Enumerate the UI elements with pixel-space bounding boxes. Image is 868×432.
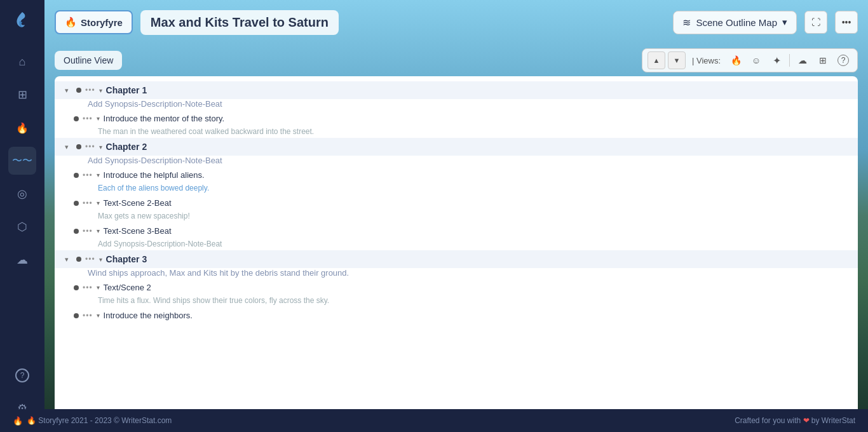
nav-up-button[interactable]: ▲ <box>648 51 665 69</box>
view-grid-icon: ⊞ <box>819 55 827 65</box>
bubbles-icon: ⬡ <box>17 220 27 234</box>
scene-row-ch1-s2[interactable]: ••• ▾ Text-Scene 3-Beat <box>55 222 858 240</box>
more-icon[interactable]: ••• <box>85 86 95 95</box>
scene-dropdown-icon[interactable]: ▾ <box>97 199 100 206</box>
scene-outline-icon: ≋ <box>682 17 691 29</box>
footer-heart-icon: ❤ <box>803 416 811 425</box>
scene-title: Text/Scene 2 <box>104 283 151 292</box>
view-cloud-icon: ☁ <box>798 55 807 65</box>
view-fire-icon: 🔥 <box>731 55 742 65</box>
sidebar-item-home[interactable]: ⌂ <box>8 48 36 76</box>
scene-bullet <box>74 285 79 290</box>
nav-down-button[interactable]: ▼ <box>668 51 686 69</box>
scene-more-icon[interactable]: ••• <box>83 283 93 292</box>
chapter-row-0[interactable]: ▾ ••• ▾ Chapter 1 <box>55 81 858 99</box>
synopsis-row-ch0[interactable]: Add Synopsis-Description-Note-Beat <box>55 99 858 110</box>
scene-detail-ch1-s1: Max gets a new spaceship! <box>55 212 858 222</box>
chapter-title: Chapter 3 <box>106 254 147 264</box>
scene-outline-button[interactable]: ≋ Scene Outline Map ▾ <box>673 11 797 34</box>
chapter-bullet <box>76 144 81 149</box>
footer-brand: 🔥 🔥 Storyfyre 2021 - 2023 © WriterStat.c… <box>13 416 172 426</box>
scene-dropdown-icon[interactable]: ▾ <box>97 172 100 179</box>
scene-title: Text-Scene 2-Beat <box>104 198 172 208</box>
scene-more-icon[interactable]: ••• <box>83 199 93 208</box>
view-face-icon: ☺ <box>752 55 761 65</box>
scene-dropdown-icon[interactable]: ▾ <box>97 312 100 319</box>
sidebar-item-cloud[interactable]: ☁ <box>8 246 36 274</box>
chapter-bullet <box>76 88 81 93</box>
scene-more-icon[interactable]: ••• <box>83 114 93 123</box>
sidebar-item-target[interactable]: ◎ <box>8 180 36 208</box>
scene-bullet <box>74 229 79 234</box>
outline-panel[interactable]: ▾ ••• ▾ Chapter 1 Add Synopsis-Descripti… <box>55 76 858 432</box>
view-help-icon: ? <box>837 55 849 66</box>
scene-title: Introduce the neighbors. <box>104 311 193 320</box>
scene-row-ch1-s0[interactable]: ••• ▾ Introduce the helpful aliens. <box>55 166 858 184</box>
help-icon: ? <box>15 368 29 382</box>
scene-row-ch0-s0[interactable]: ••• ▾ Introduce the mentor of the story. <box>55 110 858 127</box>
view-star-button[interactable]: ✦ <box>768 51 785 69</box>
scene-bullet <box>74 313 79 318</box>
sidebar-item-bubbles[interactable]: ⬡ <box>8 213 36 241</box>
scene-row-ch2-s1[interactable]: ••• ▾ Introduce the neighbors. <box>55 307 858 324</box>
view-face-button[interactable]: ☺ <box>747 51 765 69</box>
fullscreen-button[interactable]: ⛶ <box>804 11 827 34</box>
storyfyre-button[interactable]: 🔥 Storyfyre <box>55 10 133 34</box>
scene-bullet <box>74 116 79 121</box>
more-icon[interactable]: ••• <box>85 142 95 151</box>
nav-controls: ▲ ▼ | Views: 🔥 ☺ ✦ ☁ ⊞ ? <box>642 48 858 72</box>
header: 🔥 Storyfyre Max and Kits Travel to Satur… <box>44 0 868 44</box>
more-options-button[interactable]: ••• <box>835 11 858 34</box>
collapse-icon[interactable]: ▾ <box>65 143 72 151</box>
document-title-tab[interactable]: Max and Kits Travel to Saturn <box>140 10 339 35</box>
view-fire-button[interactable]: 🔥 <box>727 51 745 69</box>
scene-dropdown-icon[interactable]: ▾ <box>97 227 100 234</box>
chapter-bullet <box>76 257 81 262</box>
view-help-button[interactable]: ? <box>834 51 852 69</box>
synopsis-row-ch1[interactable]: Add Synopsis-Description-Note-Beat <box>55 156 858 166</box>
more-icon[interactable]: ••• <box>85 255 95 264</box>
view-cloud-button[interactable]: ☁ <box>794 51 811 69</box>
scene-detail-ch0-s0: The man in the weathered coat walked bac… <box>55 127 858 138</box>
scene-title: Text-Scene 3-Beat <box>104 226 172 236</box>
sidebar: ⌂ ⊞ 🔥 〜〜 ◎ ⬡ ☁ ? ⚙ <box>0 0 44 432</box>
chapter-title: Chapter 2 <box>106 142 147 152</box>
scene-row-ch1-s1[interactable]: ••• ▾ Text-Scene 2-Beat <box>55 194 858 212</box>
chapter-row-2[interactable]: ▾ ••• ▾ Chapter 3 <box>55 250 858 268</box>
scene-detail-ch1-s0: Each of the aliens bowed deeply. <box>55 184 858 194</box>
scene-detail-ch2-s0: Time hits a flux. Wind ships show their … <box>55 296 858 307</box>
sidebar-item-help[interactable]: ? <box>8 361 36 389</box>
chapter-row-1[interactable]: ▾ ••• ▾ Chapter 2 <box>55 138 858 156</box>
dropdown-icon[interactable]: ▾ <box>99 87 102 94</box>
footer-by-writerstat: by WriterStat <box>811 416 855 425</box>
scene-more-icon[interactable]: ••• <box>83 311 93 320</box>
storyfyre-label: Storyfyre <box>81 17 123 28</box>
scene-bullet <box>74 173 79 178</box>
synopsis-row-ch2[interactable]: Wind ships approach, Max and Kits hit by… <box>55 268 858 279</box>
scene-more-icon[interactable]: ••• <box>83 171 93 180</box>
storyfyre-flame-icon: 🔥 <box>65 17 77 28</box>
view-grid-button[interactable]: ⊞ <box>814 51 832 69</box>
scene-row-ch2-s0[interactable]: ••• ▾ Text/Scene 2 <box>55 279 858 296</box>
collapse-icon[interactable]: ▾ <box>65 86 72 95</box>
sidebar-item-fire[interactable]: 🔥 <box>8 114 36 142</box>
footer: 🔥 🔥 Storyfyre 2021 - 2023 © WriterStat.c… <box>0 409 868 432</box>
dropdown-icon[interactable]: ▾ <box>99 144 102 151</box>
outline-view-button[interactable]: Outline View <box>55 51 122 70</box>
scene-dropdown-icon[interactable]: ▾ <box>97 115 100 122</box>
up-arrow-icon: ▲ <box>653 57 660 64</box>
grid-icon: ⊞ <box>18 88 27 102</box>
chapter-title: Chapter 1 <box>106 85 147 95</box>
fire-icon: 🔥 <box>16 122 29 134</box>
scene-bullet <box>74 201 79 206</box>
sidebar-item-grid[interactable]: ⊞ <box>8 81 36 109</box>
sidebar-item-waves[interactable]: 〜〜 <box>8 147 36 175</box>
collapse-icon[interactable]: ▾ <box>65 255 72 264</box>
dropdown-icon[interactable]: ▾ <box>99 256 102 263</box>
app-logo[interactable] <box>11 10 34 35</box>
fullscreen-icon: ⛶ <box>811 17 820 27</box>
main-content: 🔥 Storyfyre Max and Kits Travel to Satur… <box>44 0 868 432</box>
ellipsis-icon: ••• <box>842 17 851 27</box>
scene-dropdown-icon[interactable]: ▾ <box>97 284 100 291</box>
scene-more-icon[interactable]: ••• <box>83 227 93 236</box>
